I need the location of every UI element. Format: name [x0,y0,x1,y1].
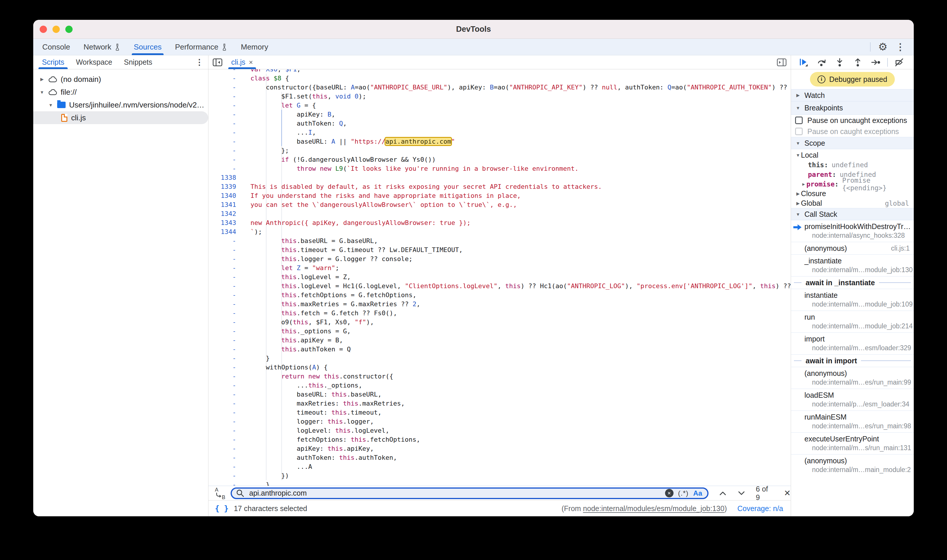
checkbox-caught[interactable] [795,128,803,135]
search-input[interactable] [249,489,665,498]
code-line[interactable]: -}; [208,146,791,155]
code-line[interactable]: -this.logLevel = Hc1(G.logLevel, "Client… [208,282,791,291]
code-line[interactable]: -withOptions(A) { [208,363,791,372]
settings-gear-icon[interactable]: ⚙ [878,42,887,52]
code-line[interactable]: -throw new L9(`It looks like you're runn… [208,164,791,173]
line-gutter[interactable]: - [208,372,249,381]
code-line[interactable]: -maxRetries: this.maxRetries, [208,399,791,408]
step-over-button[interactable] [814,56,830,69]
code-line[interactable]: -apiKey: this.apiKey, [208,444,791,453]
tree-item-file-protocol[interactable]: ▼ file:// [33,86,208,98]
code-line[interactable]: -logger: this.logger, [208,417,791,426]
chevron-down-icon[interactable]: ▼ [39,90,45,95]
line-gutter[interactable]: - [208,390,249,399]
code-line[interactable]: -baseURL: A || "https://api.anthropic.co… [208,137,791,146]
tab-memory[interactable]: Memory [234,39,275,55]
line-gutter[interactable]: 1341 [208,200,249,209]
tab-performance[interactable]: Performance [168,39,234,55]
call-stack-frame[interactable]: promiseInitHookWithDestroyTr…node:intern… [791,220,914,242]
code-line[interactable]: -}) [208,471,791,480]
code-line[interactable]: -...I, [208,128,791,137]
line-gutter[interactable]: - [208,444,249,453]
line-gutter[interactable]: - [208,354,249,363]
line-gutter[interactable]: - [208,399,249,408]
line-gutter[interactable]: - [208,101,249,110]
section-call-stack[interactable]: ▼ Call Stack [791,208,914,220]
line-gutter[interactable]: - [208,300,249,309]
line-gutter[interactable]: 1339 [208,182,249,191]
code-line[interactable]: 1338 [208,173,791,182]
line-gutter[interactable]: - [208,236,249,245]
section-scope[interactable]: ▼ Scope [791,137,914,149]
line-gutter[interactable]: - [208,426,249,435]
line-gutter[interactable]: - [208,345,249,354]
line-gutter[interactable]: - [208,471,249,480]
call-stack-frame[interactable]: executeUserEntryPointnode:internal/m…s/r… [791,432,914,454]
line-gutter[interactable]: - [208,164,249,173]
navigator-more-kebab-icon[interactable]: ⋮ [195,57,204,67]
chevron-down-icon[interactable]: ▼ [48,103,54,108]
step-button[interactable] [868,56,884,69]
code-line[interactable]: -let Z = "warn"; [208,263,791,272]
line-gutter[interactable]: - [208,83,249,92]
code-line[interactable]: -...A [208,462,791,471]
call-stack-frame[interactable]: importnode:internal/m…esm/loader:329 [791,332,914,354]
line-gutter[interactable]: 1342 [208,209,249,218]
tab-network[interactable]: Network [77,39,127,55]
section-watch[interactable]: ▶ Watch [791,89,914,102]
call-stack-frame[interactable]: runnode:internal/m…module_job:214 [791,311,914,332]
step-into-button[interactable] [832,56,848,69]
scope-var-promise[interactable]: ▶ promise: Promise {<pending>} [791,179,914,189]
code-line[interactable]: -authToken: this.authToken, [208,453,791,462]
tab-sources[interactable]: Sources [127,39,168,55]
line-gutter[interactable]: - [208,417,249,426]
code-line[interactable]: -this.baseURL = G.baseURL, [208,236,791,245]
line-gutter[interactable]: - [208,254,249,263]
line-gutter[interactable]: - [208,282,249,291]
line-gutter[interactable]: - [208,245,249,254]
code-line[interactable]: -this.logLevel = Z, [208,272,791,282]
match-case-toggle[interactable]: Aa [693,489,702,497]
code-line[interactable]: -this.timeout = G.timeout ?? Lw.DEFAULT_… [208,245,791,254]
resume-script-button[interactable] [796,56,811,69]
coverage-link[interactable]: Coverage: n/a [737,505,783,513]
line-gutter[interactable]: - [208,272,249,282]
line-gutter[interactable]: - [208,435,249,444]
previous-match-button[interactable] [719,489,727,497]
call-stack-frame[interactable]: (anonymous)node:internal/m…es/run_main:9… [791,367,914,389]
code-line[interactable]: -return new this.constructor({ [208,372,791,381]
code-line[interactable]: -apiKey: B, [208,110,791,119]
line-gutter[interactable]: - [208,381,249,390]
code-line[interactable]: -if (!G.dangerouslyAllowBrowser && Ys0()… [208,155,791,164]
code-line[interactable]: 1343new Anthropic({ apiKey, dangerouslyA… [208,218,791,227]
line-gutter[interactable]: - [208,155,249,164]
call-stack-frame[interactable]: (anonymous)node:internal/m…main_module:2 [791,454,914,476]
line-gutter[interactable]: - [208,146,249,155]
code-line[interactable]: -this._options = G, [208,327,791,335]
code-line[interactable]: 1344`); [208,227,791,236]
code-line[interactable]: -constructor({baseURL: A=ao("ANTHROPIC_B… [208,83,791,92]
step-out-button[interactable] [850,56,866,69]
code-line[interactable]: -this.fetch = G.fetch ?? Fs0(), [208,309,791,318]
source-origin-link[interactable]: node:internal/modules/esm/module_job:130 [583,505,725,512]
main-menu-kebab-icon[interactable]: ⋮ [896,42,905,52]
code-line[interactable]: 1342 [208,209,791,218]
line-gutter[interactable]: - [208,119,249,128]
scope-group-global[interactable]: ▶ Global global [791,198,914,208]
line-gutter[interactable]: - [208,92,249,101]
code-line[interactable]: -o9(this, $F1, Xs0, "f"), [208,318,791,327]
code-line[interactable]: -$F1.set(this, void 0); [208,92,791,101]
call-stack-frame[interactable]: _instantiatenode:internal/m…module_job:1… [791,254,914,276]
line-gutter[interactable]: - [208,453,249,462]
line-gutter[interactable]: - [208,74,249,83]
tree-item-node-folder[interactable]: ▼ Users/jinhuilee/.nvm/versions/node/v2… [33,98,208,111]
call-stack-frame[interactable]: runMainESMnode:internal/m…es/run_main:98 [791,411,914,432]
line-gutter[interactable]: - [208,263,249,272]
code-line[interactable]: -this.apiKey = B, [208,335,791,345]
zoom-window-button[interactable] [65,26,72,33]
line-gutter[interactable]: 1338 [208,173,249,182]
section-breakpoints[interactable]: ▼ Breakpoints [791,102,914,115]
code-line[interactable]: -baseURL: this.baseURL, [208,390,791,399]
file-tab-clijs[interactable]: cli.js × [227,55,258,69]
line-gutter[interactable]: - [208,462,249,471]
